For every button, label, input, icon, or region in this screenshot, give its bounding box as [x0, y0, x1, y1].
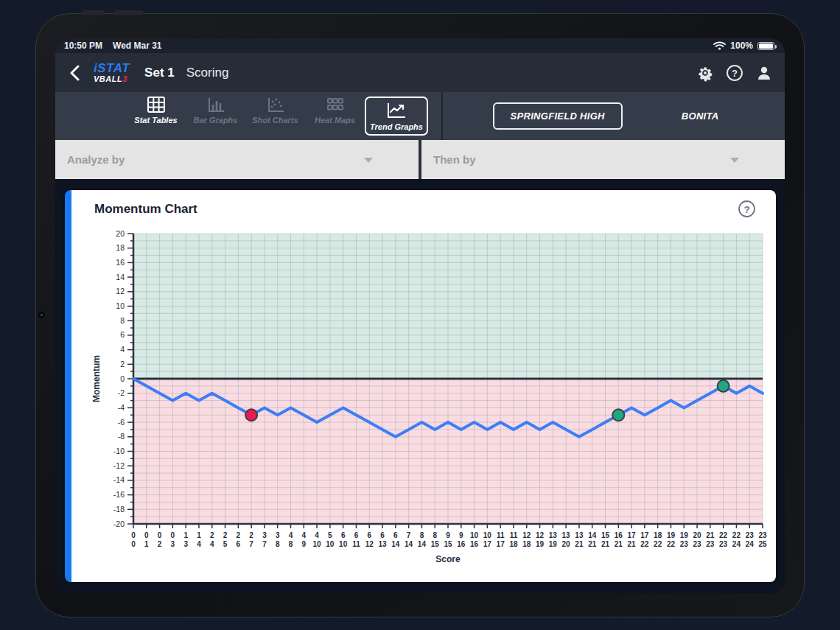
svg-text:19: 19: [680, 531, 689, 539]
svg-text:1: 1: [197, 531, 201, 539]
svg-text:18: 18: [654, 531, 662, 539]
svg-text:10: 10: [339, 540, 348, 548]
svg-text:25: 25: [758, 540, 767, 548]
svg-text:9: 9: [459, 531, 463, 539]
svg-text:4: 4: [315, 531, 319, 539]
scatter-plot-icon: [266, 97, 285, 113]
svg-text:3: 3: [262, 531, 267, 539]
svg-text:17: 17: [628, 531, 637, 539]
svg-text:11: 11: [510, 531, 518, 539]
svg-text:21: 21: [601, 540, 610, 548]
svg-text:2: 2: [249, 531, 253, 539]
svg-text:6: 6: [393, 531, 398, 539]
logo-line1: iSTAT: [94, 62, 130, 74]
svg-text:10: 10: [483, 531, 492, 539]
battery-icon: [757, 42, 774, 50]
svg-text:4: 4: [289, 531, 293, 539]
svg-text:8: 8: [433, 531, 437, 539]
settings-gear-icon[interactable]: [696, 64, 714, 82]
svg-text:19: 19: [536, 540, 545, 548]
view-toolbar: Stat Tables Bar Graphs: [55, 92, 785, 140]
chart-help-icon[interactable]: ?: [738, 200, 756, 218]
nav-bar: iSTAT VBALL3 Set 1 Scoring ?: [55, 53, 785, 92]
heat-map-icon: [326, 97, 345, 113]
svg-text:23: 23: [758, 531, 767, 539]
svg-text:8: 8: [420, 531, 424, 539]
svg-text:4: 4: [120, 345, 125, 354]
svg-text:22: 22: [732, 531, 741, 539]
help-icon[interactable]: ?: [726, 64, 743, 82]
svg-text:5: 5: [223, 540, 228, 548]
svg-text:22: 22: [654, 540, 662, 548]
svg-text:13: 13: [378, 540, 387, 548]
svg-text:7: 7: [407, 531, 411, 539]
tab-shot-charts[interactable]: Shot Charts: [245, 97, 305, 136]
svg-text:-8: -8: [118, 432, 125, 441]
svg-text:-20: -20: [113, 519, 125, 528]
team-button-bonita[interactable]: BONITA: [665, 104, 735, 128]
svg-text:21: 21: [615, 540, 623, 548]
svg-text:16: 16: [457, 540, 466, 548]
svg-text:6: 6: [354, 531, 359, 539]
analyze-by-dropdown[interactable]: Analyze by: [55, 140, 419, 179]
svg-text:2: 2: [223, 531, 228, 539]
svg-text:22: 22: [667, 540, 676, 548]
svg-text:2: 2: [210, 531, 214, 539]
svg-text:Score: Score: [435, 554, 461, 564]
svg-text:8: 8: [276, 540, 280, 548]
svg-text:13: 13: [562, 531, 571, 539]
svg-text:23: 23: [746, 531, 755, 539]
svg-text:23: 23: [680, 540, 689, 548]
chart-title: Momentum Chart: [94, 202, 197, 217]
tab-label: Heat Maps: [315, 116, 355, 125]
svg-text:16: 16: [116, 258, 125, 267]
back-chevron-icon[interactable]: [66, 65, 83, 81]
team-button-springfield-high[interactable]: SPRINGFIELD HIGH: [493, 102, 623, 130]
filter-row: Analyze by Then by: [55, 140, 785, 179]
svg-text:3: 3: [183, 540, 188, 548]
chevron-down-icon: [730, 158, 739, 163]
svg-text:21: 21: [706, 531, 715, 539]
logo-line2: VBALL3: [94, 75, 130, 83]
svg-text:17: 17: [497, 540, 505, 548]
svg-text:2: 2: [158, 540, 162, 548]
svg-text:5: 5: [328, 531, 332, 539]
then-by-dropdown[interactable]: Then by: [421, 140, 785, 179]
table-icon: [147, 97, 166, 113]
svg-text:8: 8: [120, 316, 125, 325]
analyze-by-label: Analyze by: [67, 153, 125, 166]
svg-text:17: 17: [483, 540, 492, 548]
svg-text:20: 20: [562, 540, 571, 548]
svg-text:0: 0: [120, 374, 125, 383]
svg-text:Momentum: Momentum: [91, 355, 102, 402]
svg-text:0: 0: [144, 531, 149, 539]
svg-text:4: 4: [302, 531, 307, 539]
svg-text:22: 22: [640, 540, 649, 548]
svg-text:1: 1: [144, 540, 149, 548]
profile-person-icon[interactable]: [755, 64, 773, 82]
svg-text:18: 18: [509, 540, 518, 548]
tab-label: Stat Tables: [134, 116, 177, 125]
tab-bar-graphs[interactable]: Bar Graphs: [186, 97, 245, 136]
screenshot-stage: 10:50 PM Wed Mar 31 100% iSTAT: [0, 0, 840, 630]
svg-text:9: 9: [446, 531, 450, 539]
tab-stat-tables[interactable]: Stat Tables: [126, 97, 186, 136]
svg-text:-6: -6: [118, 418, 125, 427]
svg-text:19: 19: [549, 540, 558, 548]
svg-text:0: 0: [131, 540, 136, 548]
svg-text:12: 12: [365, 540, 374, 548]
svg-text:0: 0: [158, 531, 162, 539]
tab-trend-graphs[interactable]: Trend Graphs: [365, 97, 428, 136]
svg-text:20: 20: [693, 531, 701, 539]
svg-text:16: 16: [470, 540, 479, 548]
svg-text:2: 2: [120, 360, 125, 368]
svg-text:16: 16: [615, 531, 623, 539]
svg-text:6: 6: [367, 531, 371, 539]
svg-text:4: 4: [197, 540, 201, 548]
svg-text:3: 3: [276, 531, 280, 539]
svg-text:12: 12: [116, 287, 125, 295]
page-title: Scoring: [186, 66, 229, 80]
svg-text:19: 19: [667, 531, 676, 539]
svg-text:21: 21: [575, 540, 584, 548]
tab-heat-maps[interactable]: Heat Maps: [305, 97, 365, 136]
